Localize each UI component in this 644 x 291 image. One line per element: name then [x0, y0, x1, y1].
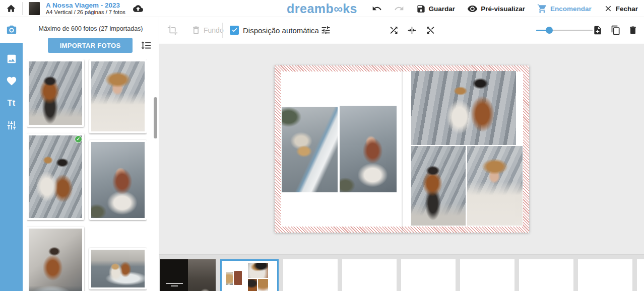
pages-strip: [159, 254, 644, 291]
divider: [222, 23, 223, 38]
page-thumbnail-blank-4[interactable]: [401, 259, 456, 291]
photo-panel-scrollbar[interactable]: [154, 97, 157, 138]
spread-photo-woman-leaning-back-by-lake[interactable]: [340, 106, 397, 192]
book-cover-thumbnail[interactable]: [29, 2, 40, 15]
editor-canvas[interactable]: [159, 44, 644, 254]
page-thumbnail-pages-2-3[interactable]: [220, 259, 279, 291]
divider: [22, 2, 23, 15]
auto-layout-checkbox[interactable]: [230, 26, 239, 35]
spread-photo-woman-reaching-from-boat[interactable]: [282, 107, 338, 192]
close-button[interactable]: Fechar: [604, 4, 638, 13]
tune-icon[interactable]: [320, 25, 331, 35]
page-thumbnail-blank-6[interactable]: [519, 259, 573, 291]
auto-layout-label: Disposição automática: [243, 26, 319, 34]
cloud-upload-icon[interactable]: [132, 4, 145, 14]
top-bar: A Nossa Viagem - 2023 A4 Vertical / 26 p…: [0, 0, 644, 17]
photo-thumb-woman-leaning-back-by-lake[interactable]: [89, 140, 147, 220]
photo-grid: ✓: [27, 59, 147, 291]
photo-panel: Máximo de 600 fotos (27 importadas) IMPO…: [23, 17, 159, 291]
photo-image: [29, 61, 82, 125]
spread-photo-woman-with-hat-portrait[interactable]: [467, 146, 523, 226]
mini-photo: [226, 272, 233, 285]
page-thumbnail-blank-7[interactable]: [578, 259, 632, 291]
photo-thumb-man-leaning-on-marble-rocks[interactable]: [27, 59, 84, 127]
photobook-editor: A Nossa Viagem - 2023 A4 Vertical / 26 p…: [0, 0, 644, 291]
spread-photo-couple-at-marble-wall[interactable]: [411, 71, 516, 145]
dreambooks-logo: dreamb∞ks: [287, 1, 357, 16]
page-thumbnail-blank-8[interactable]: [637, 259, 644, 291]
cart-icon: [537, 4, 547, 14]
undo-icon[interactable]: [372, 4, 382, 14]
crop-icon[interactable]: [167, 25, 178, 35]
sidebar-item-settings[interactable]: [0, 114, 23, 136]
redo-icon: [394, 4, 404, 14]
merge-arrows-icon[interactable]: [407, 25, 417, 35]
add-page-icon[interactable]: [593, 25, 603, 35]
page-thumbnail-blank-2[interactable]: [283, 259, 338, 291]
save-button[interactable]: Guardar: [416, 4, 456, 14]
shuffle-photos-icon[interactable]: [425, 25, 436, 35]
order-label: Encomendar: [550, 5, 592, 13]
text-icon: Tt: [7, 99, 15, 108]
tune-icon: [6, 120, 17, 131]
sort-order-icon[interactable]: [141, 40, 152, 51]
cover-photo: [188, 259, 216, 291]
page-thumbnail-book-cover[interactable]: [160, 259, 216, 291]
book-title[interactable]: A Nossa Viagem - 2023: [46, 2, 125, 10]
page-thumbnail-blank-3[interactable]: [342, 259, 397, 291]
eye-icon: [467, 4, 478, 14]
photo-thumb-couple-selfie-on-rocks[interactable]: ✓: [27, 133, 84, 220]
photo-thumb-man-sitting-in-boat-cave[interactable]: [27, 227, 84, 291]
close-icon: [604, 4, 613, 13]
photo-image: [91, 61, 145, 131]
photo-column-left: ✓: [27, 59, 84, 291]
save-label: Guardar: [429, 5, 456, 13]
preview-button[interactable]: Pré-visualizar: [467, 4, 525, 14]
page-thumbnail-blank-5[interactable]: [460, 259, 514, 291]
preview-label: Pré-visualizar: [481, 5, 525, 13]
sidebar-tools: Tt: [0, 43, 23, 291]
book-spread[interactable]: [275, 65, 529, 233]
photo-used-check-icon: ✓: [75, 135, 82, 143]
duplicate-page-icon[interactable]: [611, 25, 621, 35]
background-label: Fundo: [204, 26, 224, 34]
mini-photo: [234, 271, 242, 285]
sidebar-item-layouts[interactable]: [0, 48, 23, 70]
photo-limit-label: Máximo de 600 fotos (27 importadas): [23, 25, 159, 32]
shuffle-layout-icon[interactable]: [389, 25, 399, 35]
spread-photo-man-leaning-on-marble-rocks[interactable]: [411, 146, 466, 226]
zoom-slider-thumb[interactable]: [546, 27, 553, 34]
close-label: Fechar: [616, 5, 638, 13]
camera-icon: [6, 25, 17, 36]
page-gutter: [402, 65, 403, 233]
photo-thumb-woman-with-hat-portrait[interactable]: [89, 59, 147, 133]
sidebar-item-text[interactable]: Tt: [0, 92, 23, 114]
sidebar-item-favorites[interactable]: [0, 70, 23, 92]
book-meta: A Nossa Viagem - 2023 A4 Vertical / 26 p…: [46, 2, 125, 16]
save-icon: [416, 4, 426, 14]
mini-photo: [248, 263, 268, 278]
cover-title-line: [166, 283, 183, 284]
book-specs: A4 Vertical / 26 páginas / 7 fotos: [46, 9, 125, 16]
sidebar: Tt: [0, 17, 23, 291]
image-icon: [6, 53, 17, 64]
cover-title-line: [171, 285, 178, 286]
editor-toolbar: Fundo Disposição automática: [159, 17, 644, 43]
mini-photo: [258, 279, 268, 291]
sidebar-item-photos[interactable]: [0, 17, 23, 43]
home-icon[interactable]: [6, 4, 16, 14]
order-button[interactable]: Encomendar: [537, 4, 592, 14]
photo-image: [91, 142, 145, 218]
cover-front: [160, 259, 188, 291]
photo-column-right: [89, 59, 147, 291]
import-photos-button[interactable]: IMPORTAR FOTOS: [48, 38, 133, 53]
heart-icon: [6, 76, 17, 87]
zoom-slider[interactable]: [536, 27, 593, 34]
photo-image: [29, 135, 82, 218]
mini-photo: [248, 279, 257, 291]
photo-thumb-couple-rowing-boat[interactable]: [89, 248, 147, 289]
delete-page-icon[interactable]: [628, 25, 638, 35]
photo-image: [29, 229, 82, 291]
remove-background-button[interactable]: Fundo: [191, 25, 224, 35]
trash-outline-icon: [191, 25, 201, 35]
